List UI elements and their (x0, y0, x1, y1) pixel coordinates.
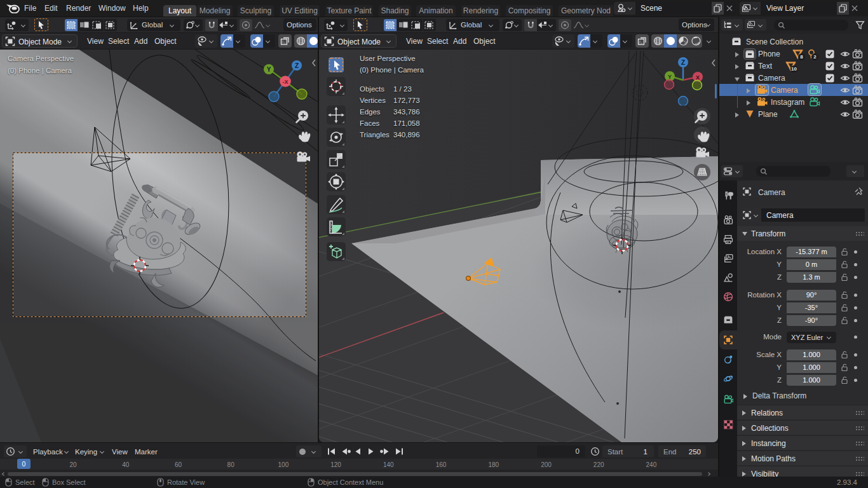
svg-text:Y: Y (668, 74, 672, 80)
svg-text:Z: Z (295, 62, 299, 69)
svg-text:-X: -X (283, 79, 288, 85)
svg-text:X: X (696, 74, 700, 81)
svg-text:Z: Z (681, 59, 685, 66)
svg-text:Y: Y (267, 66, 271, 73)
